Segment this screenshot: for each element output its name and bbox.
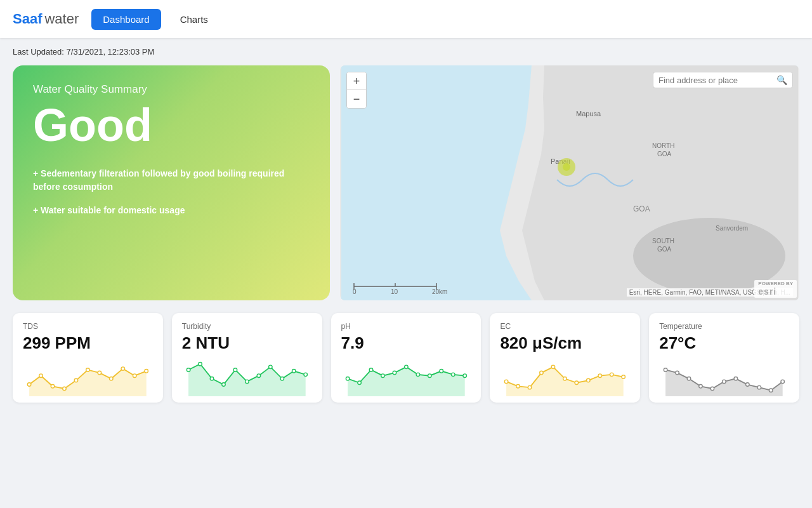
svg-point-42 [280, 377, 284, 381]
svg-point-61 [540, 371, 544, 375]
svg-text:SOUTH: SOUTH [652, 237, 674, 244]
map-zoom-out-button[interactable]: − [347, 90, 366, 108]
svg-marker-45 [348, 367, 465, 396]
svg-point-62 [552, 365, 556, 369]
map-zoom-in-button[interactable]: + [347, 72, 366, 90]
svg-point-77 [746, 383, 750, 387]
svg-point-80 [781, 380, 785, 384]
esri-logo: POWERED BY esri [754, 280, 797, 298]
map-search-input[interactable] [658, 76, 773, 85]
svg-text:10: 10 [391, 288, 398, 295]
svg-point-60 [528, 385, 532, 389]
charts-nav-button[interactable]: Charts [174, 9, 214, 30]
svg-point-35 [199, 362, 202, 366]
svg-point-78 [757, 385, 761, 389]
svg-point-47 [357, 381, 361, 385]
svg-point-48 [369, 368, 373, 372]
svg-point-39 [245, 380, 249, 384]
map-search-bar[interactable]: 🔍 [653, 72, 793, 88]
main-content: Last Updated: 7/31/2021, 12:23:03 PM Wat… [0, 38, 812, 422]
svg-point-40 [257, 374, 261, 378]
svg-point-52 [416, 373, 420, 377]
metric-card-tds: TDS299 PPM [13, 313, 163, 403]
svg-text:GOA: GOA [657, 246, 672, 253]
svg-text:GOA: GOA [657, 150, 672, 157]
metric-card-turbidity: Turbidity2 NTU [172, 313, 322, 403]
quality-card-title: Water Quality Summary [33, 83, 310, 96]
metric-card-ec: EC820 μS/cm [490, 313, 640, 403]
logo: Saaf water [13, 11, 79, 27]
metric-label-ph: pH [341, 322, 471, 331]
metric-chart-temperature [659, 358, 789, 396]
svg-point-63 [563, 377, 567, 381]
svg-point-36 [210, 377, 214, 381]
svg-point-31 [133, 374, 136, 378]
svg-point-72 [687, 377, 691, 381]
metric-card-temperature: Temperature27°C [649, 313, 799, 403]
svg-point-44 [304, 373, 308, 377]
svg-point-13 [563, 163, 570, 171]
app-header: Saaf water Dashboard Charts [0, 0, 812, 38]
svg-point-50 [393, 371, 396, 375]
svg-point-70 [664, 368, 668, 372]
svg-point-58 [505, 380, 509, 384]
svg-point-34 [187, 368, 190, 372]
svg-point-76 [734, 377, 738, 381]
svg-point-37 [222, 383, 226, 387]
svg-point-79 [769, 389, 773, 392]
top-row: Water Quality Summary Good + Sedementary… [13, 65, 799, 300]
svg-point-66 [598, 374, 602, 378]
svg-point-73 [699, 385, 703, 389]
svg-point-46 [346, 377, 350, 381]
quality-note-2: + Water suitable for domestic usage [33, 204, 310, 217]
svg-point-23 [39, 374, 43, 378]
svg-point-51 [404, 365, 408, 369]
map-svg: Mapusa NORTH GOA SOUTH GOA GOA Sanvordem… [340, 65, 799, 300]
map-zoom-controls: + − [346, 72, 367, 109]
svg-text:Sanvordem: Sanvordem [716, 225, 748, 232]
metric-value-ec: 820 μS/cm [500, 333, 630, 353]
metric-label-temperature: Temperature [659, 322, 789, 331]
svg-point-38 [233, 368, 237, 372]
metric-label-ec: EC [500, 322, 630, 331]
svg-marker-57 [506, 367, 624, 396]
metric-value-tds: 299 PPM [23, 333, 153, 353]
metric-label-tds: TDS [23, 322, 153, 331]
svg-text:0: 0 [353, 288, 357, 295]
svg-point-53 [428, 374, 431, 378]
metric-card-ph: pH7.9 [331, 313, 481, 403]
metric-chart-tds [23, 358, 153, 396]
svg-point-71 [676, 371, 679, 375]
svg-point-25 [63, 387, 67, 391]
svg-point-59 [516, 385, 520, 389]
svg-point-56 [463, 374, 467, 378]
svg-point-67 [610, 373, 614, 377]
dashboard-nav-button[interactable]: Dashboard [91, 9, 160, 30]
svg-point-24 [51, 385, 55, 389]
svg-point-26 [74, 378, 78, 382]
svg-point-75 [723, 380, 726, 384]
svg-point-74 [710, 387, 714, 391]
svg-point-30 [121, 367, 125, 371]
svg-point-32 [145, 370, 148, 373]
metric-chart-ph [341, 358, 471, 396]
metric-chart-ec [500, 358, 630, 396]
svg-point-64 [575, 381, 579, 385]
search-icon[interactable]: 🔍 [776, 75, 787, 85]
svg-point-68 [622, 375, 625, 379]
metric-value-turbidity: 2 NTU [182, 333, 312, 353]
svg-point-27 [86, 368, 90, 372]
svg-text:20km: 20km [432, 288, 447, 295]
metrics-row: TDS299 PPMTurbidity2 NTUpH7.9EC820 μS/cm… [13, 313, 799, 403]
svg-text:GOA: GOA [633, 204, 650, 213]
water-quality-card: Water Quality Summary Good + Sedementary… [13, 65, 330, 300]
metric-value-temperature: 27°C [659, 333, 789, 353]
svg-point-55 [451, 373, 455, 377]
svg-point-28 [98, 371, 102, 375]
svg-point-29 [110, 377, 114, 381]
logo-saaf: Saaf [13, 11, 42, 27]
metric-value-ph: 7.9 [341, 333, 471, 353]
metric-label-turbidity: Turbidity [182, 322, 312, 331]
quality-note-1: + Sedementary filteration followed by go… [33, 167, 310, 194]
map-container: Mapusa NORTH GOA SOUTH GOA GOA Sanvordem… [340, 65, 799, 300]
